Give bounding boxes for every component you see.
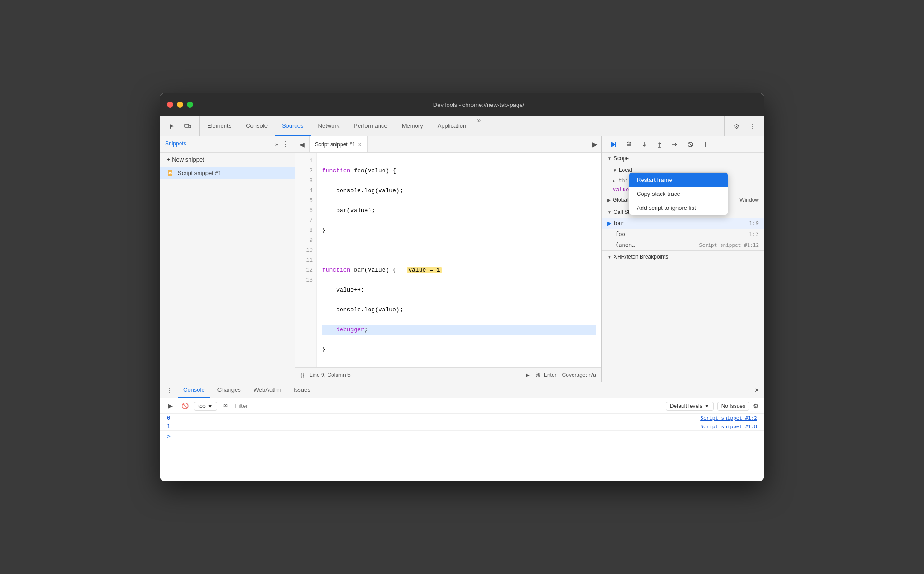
console-log-source-1[interactable]: Script snippet #1:8 <box>700 424 757 430</box>
svg-text:JS: JS <box>168 171 172 175</box>
bottom-tab-issues[interactable]: Issues <box>288 382 316 398</box>
editor-nav-back[interactable]: ◀ <box>295 136 310 152</box>
xhrfetch-section: ▼ XHR/fetch Breakpoints <box>602 251 764 263</box>
tab-network[interactable]: Network <box>311 116 347 136</box>
code-line-2: console.log(value); <box>322 186 596 196</box>
tab-console[interactable]: Console <box>239 116 275 136</box>
nav-tabs: Elements Console Sources Network Perform… <box>200 116 724 136</box>
snippets-more-icon[interactable]: » <box>275 141 278 148</box>
global-triangle: ▶ <box>607 198 611 203</box>
call-stack-bar-name: bar <box>614 220 749 227</box>
console-log-source-0[interactable]: Script snippet #1:2 <box>700 415 757 421</box>
scope-header[interactable]: ▼ Scope <box>602 153 764 164</box>
editor-tab-close[interactable]: × <box>358 141 361 148</box>
tab-elements[interactable]: Elements <box>200 116 239 136</box>
titlebar: DevTools - chrome://new-tab-page/ <box>160 93 764 116</box>
code-line-5 <box>322 245 596 255</box>
global-label: Global <box>613 197 628 203</box>
default-levels-selector[interactable]: Default levels ▼ <box>666 402 714 411</box>
code-line-7: value++; <box>322 285 596 295</box>
eye-icon[interactable]: 👁 <box>221 401 231 412</box>
scope-triangle: ▼ <box>607 156 612 161</box>
device-toggle-icon[interactable] <box>181 120 194 133</box>
nav-icons <box>160 116 200 136</box>
close-bottom-panel-button[interactable]: × <box>753 384 761 396</box>
status-bar: {} Line 9, Column 5 ▶ ⌘+Enter Coverage: … <box>295 367 601 382</box>
call-stack-anon-loc: Script snippet #1:12 <box>699 242 759 248</box>
code-line-1: function foo(value) { <box>322 166 596 176</box>
call-stack-anon-name: (anon… <box>615 242 699 248</box>
snippet-file-icon: JS <box>167 169 174 176</box>
tab-performance[interactable]: Performance <box>346 116 394 136</box>
console-ban-icon[interactable]: 🚫 <box>180 401 190 412</box>
add-to-ignore-list-menu-item[interactable]: Add script to ignore list <box>629 201 728 215</box>
run-hint-icon: ▶ <box>526 372 530 378</box>
settings-icon[interactable]: ⚙ <box>730 120 743 133</box>
maximize-button[interactable] <box>187 102 193 108</box>
editor-run-button[interactable]: ▶ <box>587 136 601 152</box>
svg-rect-5 <box>615 142 616 147</box>
snippet-item-label: Script snippet #1 <box>178 170 222 176</box>
bottom-tab-console[interactable]: Console <box>178 382 210 398</box>
console-filter-input[interactable] <box>235 403 662 409</box>
new-snippet-button[interactable]: + New snippet <box>160 153 295 167</box>
console-prompt[interactable]: > <box>160 431 764 441</box>
step-over-button[interactable] <box>623 138 635 151</box>
step-into-button[interactable] <box>638 138 651 151</box>
tab-sources[interactable]: Sources <box>275 116 311 136</box>
copy-stack-trace-menu-item[interactable]: Copy stack trace <box>629 187 728 201</box>
code-line-6: function bar(value) { value = 1 <box>322 265 596 275</box>
step-button[interactable] <box>669 138 681 151</box>
resume-button[interactable] <box>607 138 620 151</box>
devtools-window: DevTools - chrome://new-tab-page/ <box>160 93 764 481</box>
top-frame-selector[interactable]: top ▼ <box>194 402 217 411</box>
console-log-0: 0 Script snippet #1:2 <box>160 414 764 422</box>
left-panel: Snippets » ⋮ + New snippet JS Script sni… <box>160 136 295 382</box>
code-content[interactable]: function foo(value) { console.log(value)… <box>317 153 601 367</box>
snippet-item-1[interactable]: JS Script snippet #1 <box>160 167 295 179</box>
editor-tab-label: Script snippet #1 <box>315 141 355 148</box>
call-stack-triangle: ▼ <box>607 210 612 215</box>
cursor-position: Line 9, Column 5 <box>310 372 351 378</box>
pause-on-exceptions-button[interactable]: ⏸ <box>699 138 712 151</box>
coverage-label: Coverage: n/a <box>562 372 596 378</box>
editor-tab-snippet[interactable]: Script snippet #1 × <box>310 136 368 152</box>
step-out-button[interactable] <box>653 138 666 151</box>
bottom-tab-webauthn[interactable]: WebAuthn <box>248 382 286 398</box>
more-tabs-icon[interactable]: » <box>473 116 485 136</box>
tab-memory[interactable]: Memory <box>395 116 430 136</box>
call-stack-bar[interactable]: ▶ bar 1:9 <box>602 218 764 229</box>
xhrfetch-header[interactable]: ▼ XHR/fetch Breakpoints <box>602 251 764 263</box>
close-button[interactable] <box>167 102 173 108</box>
tab-application[interactable]: Application <box>430 116 474 136</box>
snippets-options-icon[interactable]: ⋮ <box>282 140 289 148</box>
code-line-8: console.log(value); <box>322 305 596 315</box>
call-stack-foo[interactable]: foo 1:3 <box>602 229 764 240</box>
snippets-tab-label[interactable]: Snippets <box>165 140 275 148</box>
code-line-3: bar(value); <box>322 206 596 216</box>
console-run-icon[interactable]: ▶ <box>165 401 176 412</box>
minimize-button[interactable] <box>177 102 183 108</box>
run-hint-text: ⌘+Enter <box>535 372 557 378</box>
bottom-area: ⋮ Console Changes WebAuthn Issues × ▶ 🚫 <box>160 382 764 481</box>
console-output: 0 Script snippet #1:2 1 Script snippet #… <box>160 414 764 481</box>
call-stack-context-menu: Restart frame Copy stack trace Add scrip… <box>629 172 728 215</box>
restart-frame-menu-item[interactable]: Restart frame <box>629 173 728 187</box>
console-settings-icon[interactable]: ⚙ <box>753 403 759 410</box>
no-issues-button[interactable]: No Issues <box>717 402 749 411</box>
levels-dropdown-arrow: ▼ <box>704 403 710 409</box>
editor-tabs: ◀ Script snippet #1 × ▶ <box>295 136 601 153</box>
cursor-icon[interactable] <box>165 120 178 133</box>
deactivate-breakpoints-button[interactable] <box>684 138 697 151</box>
bottom-options-icon[interactable]: ⋮ <box>163 384 176 397</box>
console-log-value-0: 0 <box>167 415 185 421</box>
main-area: Snippets » ⋮ + New snippet JS Script sni… <box>160 136 764 382</box>
more-options-icon[interactable]: ⋮ <box>746 120 759 133</box>
call-stack-anon[interactable]: (anon… Script snippet #1:12 <box>602 240 764 250</box>
nav-right: ⚙ ⋮ <box>724 116 764 136</box>
bottom-tab-changes[interactable]: Changes <box>212 382 246 398</box>
right-panel: ⏸ ▼ Scope ▼ Local <box>602 136 764 382</box>
panel-header: Snippets » ⋮ <box>160 136 295 153</box>
code-area: 1 2 3 4 5 6 7 8 9 10 11 12 13 func <box>295 153 601 367</box>
format-button[interactable]: {} <box>300 372 304 378</box>
